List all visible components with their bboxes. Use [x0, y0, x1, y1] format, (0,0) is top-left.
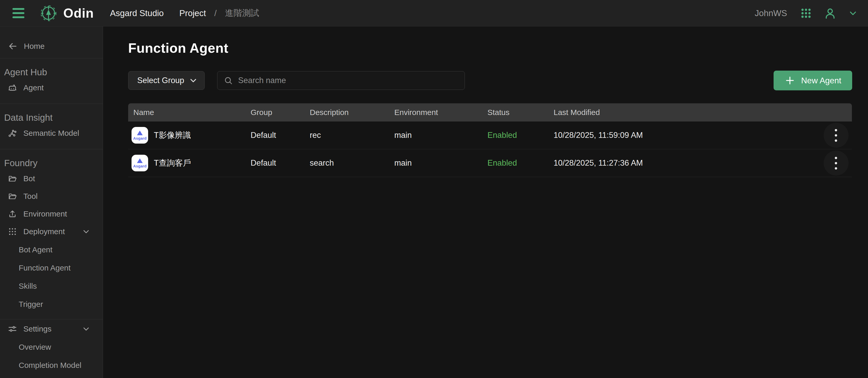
agent-name-cell: Asgard T查詢客戶	[128, 155, 251, 171]
sidebar-semantic-model-label: Semantic Model	[23, 129, 79, 138]
sidebar-item-deployment[interactable]: Deployment	[0, 224, 103, 240]
agent-last-modified: 10/28/2025, 11:27:36 AM	[554, 158, 820, 168]
sidebar-agent-label: Agent	[23, 83, 43, 92]
agent-group: Default	[251, 130, 310, 140]
asgard-triangle-icon	[137, 158, 143, 163]
folder-icon	[8, 192, 17, 201]
section-title-data-insight: Data Insight	[0, 112, 103, 123]
toolbar: Select Group New Agent	[128, 70, 852, 90]
sidebar-item-bot-agent[interactable]: Bot Agent	[0, 242, 103, 258]
sidebar-item-tool[interactable]: Tool	[0, 188, 103, 204]
status-badge: Enabled	[488, 158, 554, 168]
group-filter-label: Select Group	[137, 76, 184, 85]
table-row: Asgard T影像辨識 Default rec main Enabled 10…	[128, 121, 852, 149]
breadcrumb: Project / 進階測試	[164, 7, 259, 19]
section-title-agent-hub: Agent Hub	[0, 66, 103, 78]
sidebar-home-label: Home	[24, 42, 44, 51]
chevron-down-icon	[82, 325, 90, 333]
status-badge: Enabled	[488, 130, 554, 140]
section-title-foundry: Foundry	[0, 157, 103, 169]
sidebar-item-agent[interactable]: Agent	[0, 80, 103, 96]
odin-logo[interactable]	[40, 5, 57, 22]
sidebar-tool-label: Tool	[23, 192, 38, 201]
sidebar-item-semantic-model[interactable]: Semantic Model	[0, 125, 103, 141]
search-box	[217, 71, 465, 90]
sidebar-item-settings[interactable]: Settings	[0, 321, 103, 337]
group-filter-select[interactable]: Select Group	[128, 71, 205, 90]
studio-title: Asgard Studio	[110, 8, 164, 18]
avatar-label: Asgard	[133, 136, 147, 140]
breadcrumb-project[interactable]: Project	[179, 8, 206, 18]
column-header-group: Group	[251, 108, 310, 117]
sidebar-settings-label: Settings	[23, 324, 51, 333]
sidebar-item-completion-model[interactable]: Completion Model	[0, 357, 103, 373]
user-icon[interactable]	[824, 7, 836, 20]
username-label: JohnWS	[755, 8, 787, 18]
sidebar-divider	[0, 319, 103, 319]
menu-icon[interactable]	[12, 8, 24, 18]
sidebar-item-trigger[interactable]: Trigger	[0, 296, 103, 312]
column-header-name: Name	[128, 108, 251, 117]
agent-last-modified: 10/28/2025, 11:59:09 AM	[554, 130, 820, 140]
sidebar-bot-label: Bot	[23, 174, 35, 183]
plus-icon	[784, 75, 795, 86]
agent-name: T影像辨識	[154, 130, 191, 141]
kebab-menu-icon[interactable]	[824, 151, 848, 175]
table-header-row: Name Group Description Environment Statu…	[128, 103, 852, 121]
new-agent-label: New Agent	[801, 76, 841, 85]
sliders-icon	[8, 324, 17, 333]
table-row: Asgard T查詢客戶 Default search main Enabled…	[128, 149, 852, 177]
chevron-down-icon[interactable]	[848, 8, 858, 18]
search-input[interactable]	[238, 76, 458, 85]
topbar: Odin Asgard Studio Project / 進階測試 JohnWS	[0, 0, 868, 27]
sidebar-item-overview[interactable]: Overview	[0, 339, 103, 355]
chevron-down-icon	[189, 76, 198, 85]
agent-environment: main	[394, 130, 488, 140]
upload-icon	[8, 209, 17, 219]
agent-description: search	[310, 158, 394, 168]
agent-name-cell: Asgard T影像辨識	[128, 127, 251, 144]
sidebar-environment-label: Environment	[23, 209, 67, 219]
sidebar-item-function-agent[interactable]: Function Agent	[0, 260, 103, 276]
brand-title: Odin	[63, 6, 94, 21]
sidebar-item-environment[interactable]: Environment	[0, 206, 103, 222]
chevron-down-icon	[82, 227, 90, 236]
sidebar-deployment-label: Deployment	[23, 227, 65, 236]
agent-name: T查詢客戶	[154, 157, 191, 169]
column-header-description: Description	[310, 108, 394, 117]
main-content: Function Agent Select Group New Agent Na…	[103, 27, 868, 378]
breadcrumb-separator: /	[214, 8, 217, 18]
asgard-triangle-icon	[137, 130, 143, 135]
new-agent-button[interactable]: New Agent	[774, 70, 852, 90]
sidebar-divider	[0, 104, 103, 104]
folder-icon	[8, 174, 17, 183]
graph-icon	[8, 128, 17, 138]
agents-table: Name Group Description Environment Statu…	[128, 103, 852, 177]
agent-group: Default	[251, 158, 310, 168]
sidebar-item-home[interactable]: Home	[0, 38, 103, 55]
grid-icon	[8, 227, 17, 236]
sidebar-item-skills[interactable]: Skills	[0, 278, 103, 294]
kebab-menu-icon[interactable]	[824, 123, 848, 148]
column-header-last-modified: Last Modified	[554, 108, 820, 117]
column-header-environment: Environment	[394, 108, 488, 117]
robot-icon	[8, 83, 17, 92]
sidebar-divider	[0, 58, 103, 58]
sidebar-item-bot[interactable]: Bot	[0, 171, 103, 187]
arrow-left-icon	[8, 41, 18, 51]
agent-avatar: Asgard	[131, 127, 148, 144]
agent-environment: main	[394, 158, 488, 168]
agent-description: rec	[310, 130, 394, 140]
column-header-status: Status	[488, 108, 554, 117]
avatar-label: Asgard	[133, 164, 147, 168]
breadcrumb-current: 進階測試	[225, 7, 259, 19]
sidebar-divider	[0, 149, 103, 149]
sidebar: Home Agent Hub Agent Data Insight Semant…	[0, 27, 103, 378]
page-title: Function Agent	[128, 41, 852, 55]
agent-avatar: Asgard	[131, 155, 148, 171]
search-icon	[224, 76, 233, 85]
apps-grid-icon[interactable]	[800, 7, 812, 19]
